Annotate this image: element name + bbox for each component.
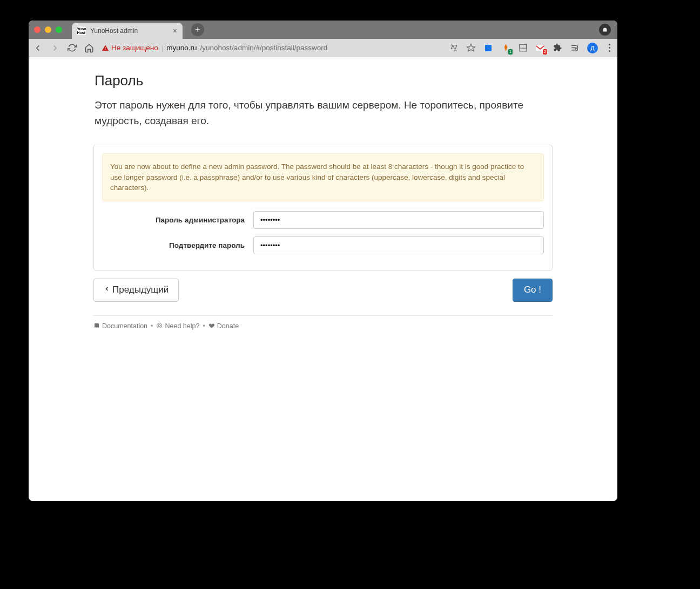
extension-3-icon[interactable] <box>518 43 528 53</box>
docs-link[interactable]: Documentation <box>93 322 147 330</box>
password-panel: You are now about to define a new admin … <box>93 145 553 270</box>
docs-link-label: Documentation <box>102 322 147 330</box>
lifebuoy-icon <box>156 322 163 330</box>
page-description: Этот пароль нужен для того, чтобы управл… <box>95 98 553 128</box>
svg-point-3 <box>157 323 162 328</box>
footer-divider <box>93 315 553 316</box>
browser-tab[interactable]: YunoHost YunoHost admin × <box>72 23 183 39</box>
svg-rect-0 <box>485 45 492 51</box>
url-host: myuno.ru <box>166 44 197 52</box>
admin-password-input[interactable] <box>253 211 544 229</box>
previous-button-label: Предыдущий <box>112 285 169 295</box>
page-viewport: Пароль Этот пароль нужен для того, чтобы… <box>29 57 617 501</box>
browser-window: YunoHost YunoHost admin × + Не защищено <box>29 21 617 501</box>
go-button[interactable]: Go ! <box>513 279 553 302</box>
insecure-label: Не защищено <box>111 44 158 52</box>
extension-2-icon[interactable]: 1 <box>501 43 510 53</box>
new-tab-button[interactable]: + <box>191 23 204 36</box>
translate-icon[interactable] <box>449 43 459 53</box>
profile-avatar[interactable]: Д <box>587 43 598 53</box>
svg-rect-1 <box>520 44 527 51</box>
insecure-warning: Не защищено <box>102 44 158 52</box>
donate-link[interactable]: Donate <box>208 322 239 330</box>
chevron-left-icon <box>104 285 110 296</box>
confirm-password-label: Подтвердите пароль <box>102 241 253 249</box>
window-minimize-button[interactable] <box>45 26 51 33</box>
gmail-icon[interactable]: 2 <box>535 43 545 53</box>
admin-password-row: Пароль администратора <box>102 211 544 229</box>
page-content: Пароль Этот пароль нужен для того, чтобы… <box>93 57 553 330</box>
admin-password-label: Пароль администратора <box>102 216 253 224</box>
tab-title: YunoHost admin <box>90 27 138 35</box>
favicon-icon: YunoHost <box>77 26 86 35</box>
tab-close-icon[interactable]: × <box>173 26 177 35</box>
heart-icon <box>208 322 215 330</box>
button-row: Предыдущий Go ! <box>93 279 553 302</box>
separator-dot: • <box>203 322 205 330</box>
book-icon <box>93 322 100 330</box>
help-link-label: Need help? <box>165 322 199 330</box>
window-maximize-button[interactable] <box>56 26 62 33</box>
browser-menu-button[interactable] <box>605 44 613 52</box>
previous-button[interactable]: Предыдущий <box>93 279 179 302</box>
toolbar-extensions: 1 2 Д <box>449 43 613 53</box>
address-bar: Не защищено | myuno.ru/yunohost/admin/#/… <box>29 39 617 57</box>
bookmark-star-icon[interactable] <box>466 43 476 53</box>
media-icon[interactable] <box>570 43 580 53</box>
svg-rect-2 <box>520 44 527 48</box>
url-separator: | <box>161 44 164 52</box>
page-title: Пароль <box>95 72 553 89</box>
password-hint-alert: You are now about to define a new admin … <box>102 153 544 201</box>
url-field[interactable]: Не защищено | myuno.ru/yunohost/admin/#/… <box>102 44 437 52</box>
tab-strip: YunoHost YunoHost admin × + <box>29 21 617 39</box>
donate-link-label: Donate <box>217 322 239 330</box>
go-button-label: Go ! <box>524 285 541 295</box>
home-button[interactable] <box>84 43 94 53</box>
url-path: /yunohost/admin/#/postinstall/password <box>200 44 328 52</box>
confirm-password-row: Подтвердите пароль <box>102 236 544 254</box>
extensions-puzzle-icon[interactable] <box>553 43 562 53</box>
confirm-password-input[interactable] <box>253 236 544 254</box>
extension-1-icon[interactable] <box>483 43 493 53</box>
footer-links: Documentation • Need help? • Donate <box>93 322 553 330</box>
back-button[interactable] <box>33 43 43 53</box>
separator-dot: • <box>151 322 153 330</box>
help-link[interactable]: Need help? <box>156 322 199 330</box>
forward-button[interactable] <box>50 43 60 53</box>
window-close-button[interactable] <box>34 26 41 33</box>
reload-button[interactable] <box>68 43 77 52</box>
svg-point-4 <box>158 324 160 327</box>
incognito-icon[interactable] <box>599 24 611 36</box>
